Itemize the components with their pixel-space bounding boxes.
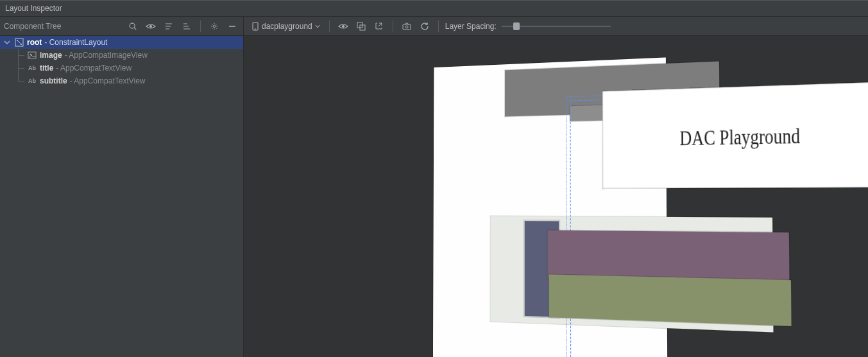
separator — [393, 21, 393, 32]
svg-point-9 — [213, 25, 216, 28]
collapse-all-icon[interactable] — [162, 19, 176, 33]
svg-point-24 — [405, 26, 408, 28]
svg-line-22 — [379, 23, 382, 26]
window-title: Layout Inspector — [5, 4, 62, 13]
component-tree-panel: Component Tree — [0, 17, 244, 357]
svg-point-19 — [342, 25, 345, 28]
tree-node-name: root — [27, 38, 42, 47]
tree-node-type: - AppCompatTextView — [70, 76, 146, 85]
svg-point-2 — [149, 25, 152, 28]
refresh-icon[interactable] — [418, 19, 432, 33]
tree-node-root[interactable]: root - ConstraintLayout — [0, 36, 243, 49]
rendered-title-text: DAC Playground — [680, 123, 801, 150]
layer-spacing-label: Layer Spacing: — [445, 22, 497, 31]
component-tree[interactable]: root - ConstraintLayout image - AppCompa… — [0, 36, 243, 357]
component-tree-header: Component Tree — [0, 17, 243, 36]
image-icon — [27, 50, 37, 60]
chevron-down-icon[interactable] — [4, 39, 12, 46]
component-tree-title: Component Tree — [4, 22, 122, 31]
layout-icon — [14, 37, 24, 48]
tree-node-name: title — [40, 64, 53, 73]
process-name: dacplayground — [262, 22, 312, 31]
tree-guide — [13, 74, 24, 87]
layer-spacing-slider[interactable] — [502, 22, 611, 31]
eye-icon[interactable] — [144, 19, 158, 33]
gear-icon[interactable] — [207, 19, 221, 33]
text-ab-icon: Ab — [27, 76, 37, 86]
tree-node-subtitle[interactable]: Ab subtitle - AppCompatTextView — [0, 74, 243, 87]
text-ab-icon: Ab — [27, 63, 37, 73]
layout-3d-canvas[interactable]: DAC Playground — [244, 36, 868, 357]
popout-icon[interactable] — [372, 19, 386, 33]
separator — [200, 21, 201, 32]
device-icon — [251, 22, 259, 31]
separator — [329, 21, 330, 32]
tree-node-image[interactable]: image - AppCompatImageView — [0, 49, 243, 62]
overlay-icon[interactable] — [354, 19, 368, 33]
separator — [438, 21, 439, 32]
tree-node-name: subtitle — [40, 76, 67, 85]
slider-thumb[interactable] — [513, 22, 520, 30]
tree-node-name: image — [40, 51, 62, 60]
svg-point-0 — [130, 23, 135, 28]
minimize-icon[interactable] — [225, 19, 239, 33]
svg-line-14 — [17, 40, 21, 44]
snapshot-icon[interactable] — [400, 19, 414, 33]
tree-guide — [13, 62, 24, 74]
process-selector[interactable]: dacplayground — [249, 19, 323, 33]
expand-all-icon[interactable] — [180, 19, 194, 33]
search-icon[interactable] — [126, 19, 140, 33]
layer-image-stripe-2[interactable] — [549, 274, 792, 326]
eye-icon[interactable] — [336, 19, 350, 33]
viewer-toolbar: dacplayground — [244, 17, 868, 36]
tree-node-type: - AppCompatImageView — [65, 51, 148, 60]
layer-title[interactable]: DAC Playground — [602, 82, 868, 188]
window-title-bar: Layout Inspector — [0, 0, 868, 17]
tree-guide — [13, 49, 24, 62]
chevron-down-icon — [315, 24, 320, 29]
svg-rect-23 — [403, 24, 411, 30]
layer-spacing-control: Layer Spacing: — [445, 22, 611, 31]
svg-line-1 — [134, 28, 136, 30]
tree-node-title[interactable]: Ab title - AppCompatTextView — [0, 62, 243, 74]
tree-node-type: - AppCompatTextView — [56, 64, 132, 73]
layout-viewer-panel: dacplayground — [244, 17, 868, 357]
tree-node-type: - ConstraintLayout — [44, 38, 107, 47]
